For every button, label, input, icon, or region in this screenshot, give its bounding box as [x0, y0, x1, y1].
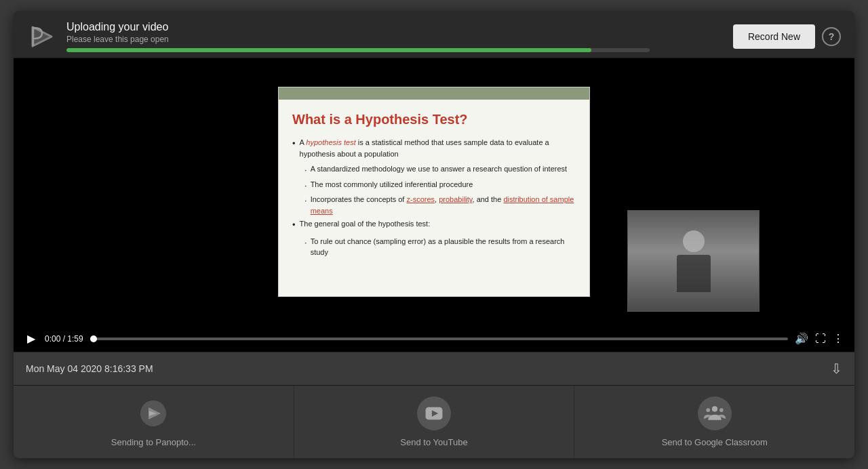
video-controls: ▶ 0:00 / 1:59 🔊 ⛶ ⋮ [14, 325, 854, 352]
bullet-sub-2: The most commonly utilized inferential p… [304, 179, 576, 192]
fullscreen-icon[interactable]: ⛶ [815, 333, 826, 345]
bullet-text-2: The general goal of the hypothesis test: [300, 218, 431, 230]
header-right: Record New ? [733, 24, 841, 49]
link-zscores: z-scores [407, 195, 435, 203]
help-icon[interactable]: ? [822, 27, 841, 46]
time-display: 0:00 / 1:59 [45, 334, 83, 344]
sub-text-2: The most commonly utilized inferential p… [311, 179, 473, 190]
slide-header-bar [279, 87, 589, 100]
link-probability: probability [439, 195, 472, 203]
timestamp: Mon May 04 2020 8:16:33 PM [26, 363, 153, 374]
info-bar: Mon May 04 2020 8:16:33 PM ⇩ [14, 352, 854, 385]
bullet-text-1: A hypothesis test is a statistical metho… [300, 137, 576, 159]
person-head [683, 230, 705, 252]
upload-title: Uploading your video [66, 21, 650, 33]
bullet-main-2: The general goal of the hypothesis test: [292, 218, 576, 232]
progress-bar-fill [66, 48, 591, 52]
progress-bar-container [66, 48, 650, 52]
bullet-sub-4: To rule out chance (sampling error) as a… [304, 236, 576, 258]
video-content: What is a Hypothesis Test? A hypothesis … [14, 58, 854, 325]
header: Uploading your video Please leave this p… [14, 11, 854, 58]
header-text: Uploading your video Please leave this p… [66, 21, 650, 52]
action-card-youtube[interactable]: Send to YouTube [294, 386, 575, 458]
progress-track[interactable] [90, 338, 788, 340]
sub-text-1: A standardized methodology we use to ans… [311, 163, 568, 175]
panopto-logo [27, 22, 57, 52]
record-new-button[interactable]: Record New [733, 24, 815, 49]
app-window: Uploading your video Please leave this p… [14, 11, 854, 458]
sub-text-3: Incorporates the concepts of z-scores, p… [311, 194, 576, 216]
svg-marker-1 [33, 27, 52, 46]
slide-title: What is a Hypothesis Test? [292, 112, 576, 127]
panopto-send-icon [136, 396, 170, 430]
slide-container: What is a Hypothesis Test? A hypothesis … [278, 87, 590, 297]
youtube-send-icon [417, 396, 451, 430]
person-body [677, 255, 711, 292]
volume-icon[interactable]: 🔊 [795, 332, 808, 345]
slide-body: A hypothesis test is a statistical metho… [292, 137, 576, 258]
google-classroom-send-icon [698, 396, 732, 430]
google-classroom-label: Send to Google Classroom [662, 437, 768, 447]
panopto-label: Sending to Panopto... [111, 437, 196, 447]
action-card-google-classroom[interactable]: Send to Google Classroom [574, 386, 854, 458]
bullet-sub-3: Incorporates the concepts of z-scores, p… [304, 194, 576, 216]
bottom-actions: Sending to Panopto... Send to YouTube [14, 385, 854, 458]
person-silhouette [677, 230, 711, 292]
upload-subtitle: Please leave this page open [66, 35, 650, 44]
bullet-main-1: A hypothesis test is a statistical metho… [292, 137, 576, 159]
action-card-panopto[interactable]: Sending to Panopto... [14, 386, 294, 458]
progress-dot [90, 335, 97, 342]
download-button[interactable]: ⇩ [831, 361, 842, 377]
video-area: What is a Hypothesis Test? A hypothesis … [14, 58, 854, 352]
svg-point-7 [712, 406, 717, 411]
youtube-label: Send to YouTube [400, 437, 467, 447]
webcam-overlay [627, 210, 760, 312]
more-options-icon[interactable]: ⋮ [833, 332, 844, 345]
italic-hypothesis: hypothesis test [306, 138, 355, 146]
webcam-person [628, 211, 759, 311]
sub-text-4: To rule out chance (sampling error) as a… [311, 236, 576, 258]
play-button[interactable]: ▶ [24, 331, 38, 346]
header-left: Uploading your video Please leave this p… [27, 21, 650, 52]
slide-content: What is a Hypothesis Test? A hypothesis … [279, 100, 589, 270]
bullet-sub-1: A standardized methodology we use to ans… [304, 163, 576, 177]
svg-point-9 [719, 408, 724, 412]
svg-point-8 [706, 408, 710, 412]
